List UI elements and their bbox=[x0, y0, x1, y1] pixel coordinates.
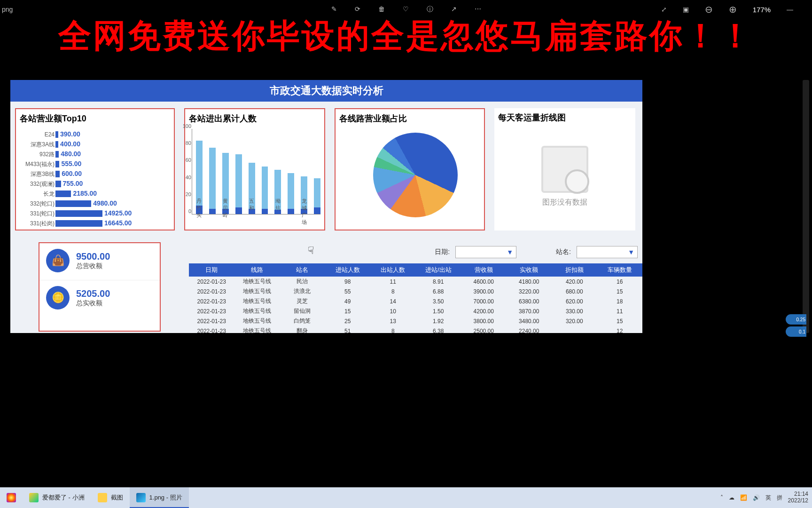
zoom-out-icon[interactable]: ⊖ bbox=[705, 4, 713, 15]
tray-wifi-icon[interactable]: 📶 bbox=[740, 494, 747, 501]
hbar-label: 长龙 bbox=[18, 190, 55, 198]
table-cell: 25 bbox=[325, 318, 371, 325]
hbar-bar bbox=[55, 151, 59, 158]
taskbar-label: 爱都爱了 - 小洲 bbox=[42, 493, 85, 502]
table-cell: 3.50 bbox=[416, 298, 461, 305]
table-row[interactable]: 2022-01-23地铁五号线洪浪北5586.883900.003220.006… bbox=[189, 286, 642, 296]
tray-chevron-icon[interactable]: ˄ bbox=[720, 494, 723, 501]
vbar-ytick: 100 bbox=[180, 123, 191, 129]
table-cell: 10 bbox=[370, 308, 416, 315]
table-cell: 3480.00 bbox=[507, 318, 552, 325]
station-filter-select[interactable]: ▼ bbox=[577, 246, 638, 258]
nodata-text: 图形没有数据 bbox=[494, 198, 635, 207]
more-icon[interactable]: ⋯ bbox=[475, 5, 481, 14]
bag-icon: 👜 bbox=[46, 249, 70, 272]
table-filters: 日期: ▼ 站名: ▼ bbox=[189, 244, 638, 261]
table-cell: 13 bbox=[370, 318, 416, 325]
table-cell: 留仙洞 bbox=[280, 307, 325, 315]
expand-icon[interactable]: ⤢ bbox=[661, 6, 667, 13]
pie-chart bbox=[373, 133, 458, 217]
vbar-xlabel: 丹竹头 bbox=[195, 198, 202, 226]
table-cell: 18 bbox=[597, 298, 643, 305]
table-cell: 洪浪北 bbox=[280, 287, 325, 295]
ime-indicator-1[interactable]: 英 bbox=[765, 494, 771, 502]
table-cell: 8.91 bbox=[416, 278, 461, 285]
actual-revenue-value: 5205.00 bbox=[76, 288, 110, 299]
tray-volume-icon[interactable]: 🔊 bbox=[753, 494, 760, 501]
favorite-icon[interactable]: ♡ bbox=[403, 5, 409, 14]
delete-icon[interactable]: 🗑 bbox=[378, 5, 385, 14]
table-cell: 6.88 bbox=[416, 288, 461, 295]
ime-indicator-2[interactable]: 拼 bbox=[777, 494, 782, 502]
info-icon[interactable]: ⓘ bbox=[427, 5, 433, 14]
total-revenue-value: 9500.00 bbox=[76, 251, 110, 262]
panel-revenue-top10: 各站营业额Top10 E24 390.00深惠3A线 400.00932路 48… bbox=[15, 108, 175, 230]
vbar-xlabel bbox=[288, 198, 294, 226]
zoom-in-icon[interactable]: ⊕ bbox=[729, 4, 737, 15]
table-header-cell: 出站人数 bbox=[370, 266, 416, 274]
vbar-xlabel bbox=[261, 198, 268, 226]
hbar-bar bbox=[55, 181, 61, 187]
table-cell: 2022-01-23 bbox=[189, 278, 234, 285]
share-icon[interactable]: ↗ bbox=[451, 5, 457, 14]
tray-onedrive-icon[interactable]: ☁ bbox=[729, 494, 734, 501]
table-row[interactable]: 2022-01-23地铁五号线留仙洞15101.504200.003870.00… bbox=[189, 306, 642, 316]
rotate-icon[interactable]: ⟳ bbox=[355, 5, 360, 14]
table-cell: 55 bbox=[325, 288, 371, 295]
table-row[interactable]: 2022-01-23地铁五号线灵芝49143.507000.006380.006… bbox=[189, 296, 642, 306]
table-cell: 地铁五号线 bbox=[234, 278, 280, 286]
photos-icon bbox=[136, 493, 146, 502]
taskbar-app-music[interactable]: 爱都爱了 - 小洲 bbox=[23, 487, 91, 508]
vbar-ytick: 20 bbox=[180, 191, 191, 197]
actual-revenue-label: 总实收额 bbox=[76, 299, 110, 308]
table-cell: 翻身 bbox=[280, 327, 325, 333]
table-row[interactable]: 2022-01-23地铁五号线翻身5186.382500.002240.0012 bbox=[189, 326, 642, 333]
table-cell: 3900.00 bbox=[461, 288, 507, 295]
table-cell: 98 bbox=[325, 278, 371, 285]
table-cell: 15 bbox=[597, 318, 643, 325]
table-cell: 民治 bbox=[280, 278, 325, 286]
minimize-icon[interactable]: — bbox=[787, 6, 793, 13]
table-cell: 2022-01-23 bbox=[189, 328, 234, 333]
table-cell: 680.00 bbox=[552, 288, 597, 295]
hbar-label: 932路 bbox=[18, 151, 55, 159]
vbar-xlabel: 黄贝岭 bbox=[222, 198, 228, 226]
table-cell: 2022-01-23 bbox=[189, 288, 234, 295]
vbar-ytick: 40 bbox=[180, 175, 191, 180]
floating-button-2[interactable]: 0.1 bbox=[786, 326, 806, 337]
edit-icon[interactable]: ✎ bbox=[331, 5, 337, 14]
table-row[interactable]: 2022-01-23地铁五号线民治98118.914600.004180.004… bbox=[189, 277, 642, 286]
folder-icon bbox=[98, 493, 107, 502]
date-filter-select[interactable]: ▼ bbox=[455, 246, 516, 258]
overlay-banner-text: 全网免费送你毕设的全是忽悠马扁套路你！！ bbox=[0, 14, 812, 58]
hbar-label: 331(松岗) bbox=[18, 220, 55, 228]
vbar-xlabel: 五和 bbox=[248, 198, 255, 226]
taskbar-app-photos[interactable]: 1.png - 照片 bbox=[130, 487, 189, 508]
table-cell: 2022-01-23 bbox=[189, 308, 234, 315]
table-cell: 4600.00 bbox=[461, 278, 507, 285]
taskbar-label: 截图 bbox=[111, 493, 123, 502]
total-revenue-label: 总营收额 bbox=[76, 262, 110, 270]
table-cell: 3220.00 bbox=[507, 288, 552, 295]
taskbar-clock[interactable]: 21:14 2022/12 bbox=[788, 491, 808, 504]
vertical-scrollbar[interactable] bbox=[803, 80, 809, 333]
hbar-value: 14925.00 bbox=[104, 209, 132, 217]
dashboard-title: 市政交通大数据实时分析 bbox=[10, 80, 642, 102]
fit-icon[interactable]: ▣ bbox=[683, 6, 689, 13]
start-button[interactable] bbox=[0, 487, 23, 508]
table-cell: 灵芝 bbox=[280, 297, 325, 305]
hbar-value: 555.00 bbox=[61, 160, 81, 167]
floating-button-1[interactable]: 0.25 bbox=[786, 314, 806, 325]
station-filter-label: 站名: bbox=[556, 248, 571, 256]
vbar-xlabel bbox=[209, 198, 215, 226]
file-name: png bbox=[0, 6, 13, 13]
panel-inout-count: 各站进出累计人数 020406080100 丹竹头黄贝岭五和坳坑龙城广场 bbox=[184, 108, 325, 230]
viewer-right-actions: ⤢ ▣ ⊖ ⊕ 177% — bbox=[661, 4, 812, 15]
coins-icon: 🪙 bbox=[46, 286, 70, 310]
taskbar-app-folder[interactable]: 截图 bbox=[91, 487, 130, 508]
table-cell: 330.00 bbox=[552, 308, 597, 315]
vbar-ytick: 60 bbox=[180, 157, 191, 163]
table-cell: 2022-01-23 bbox=[189, 318, 234, 325]
table-header-cell: 站名 bbox=[280, 266, 325, 274]
table-row[interactable]: 2022-01-23地铁五号线白鸽笼25131.923800.003480.00… bbox=[189, 316, 642, 326]
